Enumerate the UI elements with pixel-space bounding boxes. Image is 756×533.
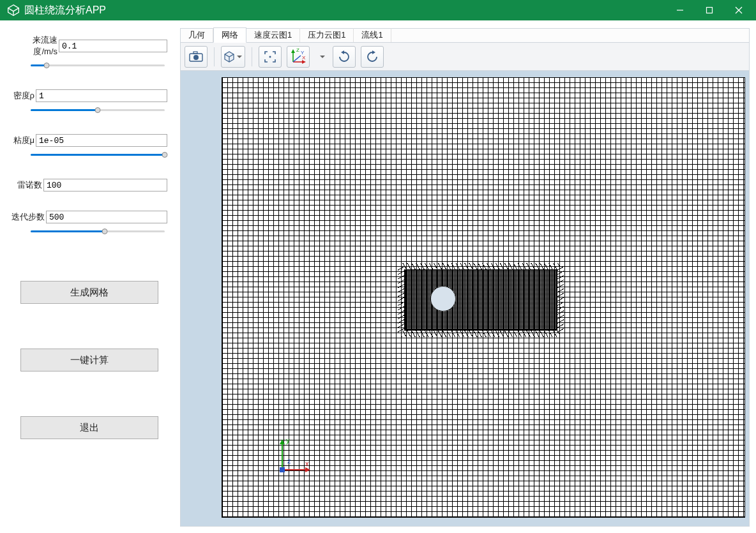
rotate-cw-button[interactable] [333,46,356,68]
cylinder-body [430,286,456,312]
tab-streamline[interactable]: 流线1 [354,28,391,42]
svg-line-14 [293,56,301,62]
minimize-button[interactable] [665,0,695,20]
velocity-label: 来流速度/m/s [11,34,57,57]
svg-text:x: x [305,460,309,467]
param-viscosity: 粘度μ [11,134,167,160]
axis-gizmo: Z X Y [287,46,310,68]
rotate-ccw-icon [365,50,379,64]
tab-mesh[interactable]: 网络 [213,27,246,43]
orientation-gizmo: y x z [273,437,324,477]
svg-rect-24 [280,467,285,472]
param-velocity: 来流速度/m/s [11,34,167,70]
axis-dropdown[interactable] [315,46,328,68]
app-icon [6,3,20,17]
reynolds-input[interactable] [43,179,167,191]
svg-marker-16 [341,50,344,54]
svg-marker-17 [372,50,375,54]
svg-text:Z: Z [296,48,299,53]
mesh-viewport[interactable]: y x z [181,71,749,526]
tab-pressure[interactable]: 压力云图1 [300,28,354,42]
reynolds-label: 雷诺数 [11,179,42,191]
param-density: 密度ρ [11,89,167,115]
title-bar: 圆柱绕流分析APP [0,0,756,20]
viscosity-slider[interactable] [31,149,165,160]
viscosity-input[interactable] [36,134,167,147]
velocity-input[interactable] [59,40,167,52]
fine-mesh-region [404,269,557,331]
app-body: 来流速度/m/s 密度ρ 粘度μ [0,20,756,533]
svg-point-5 [193,55,199,60]
compute-button[interactable]: 一键计算 [20,349,158,372]
tab-velocity[interactable]: 速度云图1 [246,28,300,42]
svg-point-7 [269,56,271,57]
density-label: 密度ρ [11,90,34,101]
param-iterations: 迭代步数 [11,211,167,236]
cube-icon [222,49,237,64]
svg-rect-1 [707,8,713,13]
view-cube-button[interactable] [221,46,245,68]
mesh-canvas: y x z [222,77,745,518]
iterations-input[interactable] [46,211,167,223]
svg-text:z: z [287,457,291,465]
tab-bar: 几何 网络 速度云图1 压力云图1 流线1 [181,29,749,43]
fit-view-button[interactable] [259,46,282,68]
velocity-slider[interactable] [31,60,165,70]
sidebar: 来流速度/m/s 密度ρ 粘度μ [6,28,172,527]
svg-text:X: X [302,55,306,61]
snapshot-button[interactable] [185,46,208,68]
svg-rect-6 [193,52,197,54]
svg-text:y: y [286,437,290,444]
rotate-ccw-button[interactable] [361,46,384,68]
iterations-label: 迭代步数 [11,211,45,223]
iterations-slider[interactable] [31,226,165,236]
viscosity-label: 粘度μ [11,135,34,146]
exit-button[interactable]: 退出 [20,416,158,439]
fit-icon [263,50,277,64]
maximize-button[interactable] [695,0,724,20]
param-reynolds: 雷诺数 [11,179,167,191]
generate-mesh-button[interactable]: 生成网格 [20,281,158,304]
close-button[interactable] [724,0,753,20]
viewport-toolbar: Z X Y [181,43,749,71]
rotate-cw-icon [337,50,351,64]
density-input[interactable] [36,89,167,102]
svg-marker-19 [280,439,285,444]
main-area: 几何 网络 速度云图1 压力云图1 流线1 [180,28,750,527]
tab-geometry[interactable]: 几何 [181,28,213,42]
svg-marker-22 [305,467,310,472]
svg-marker-9 [291,49,295,53]
camera-icon [188,50,204,63]
density-slider[interactable] [31,105,165,115]
window-title: 圆柱绕流分析APP [24,4,106,17]
svg-text:Y: Y [301,50,305,56]
